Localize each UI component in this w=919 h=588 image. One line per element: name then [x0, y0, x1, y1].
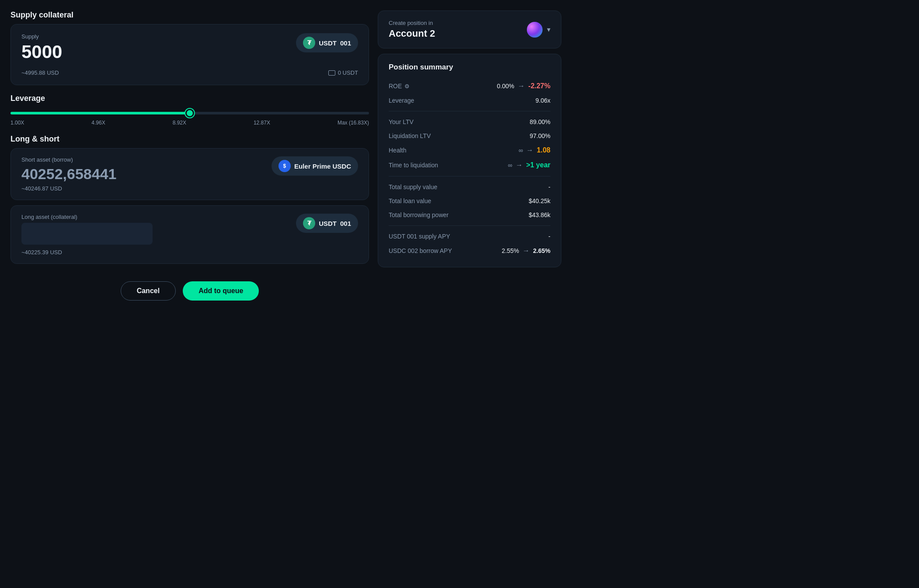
- create-pos-right: ▾: [527, 22, 550, 38]
- usdt-apy-label: USDT 001 supply APY: [389, 233, 450, 240]
- ttl-row: Time to liquidation ∞ → >1 year: [389, 158, 550, 173]
- supply-token-code: 001: [340, 39, 351, 47]
- total-loan-row: Total loan value $40.25k: [389, 194, 550, 208]
- account-avatar: [527, 22, 543, 38]
- roe-to: -2.27%: [528, 82, 550, 90]
- action-buttons: Cancel Add to queue: [10, 281, 369, 301]
- usdc-apy-value: 2.55% → 2.65%: [502, 247, 550, 255]
- supply-amount: 5000: [21, 42, 62, 62]
- eurc-icon: $: [278, 160, 291, 172]
- usdc-apy-to: 2.65%: [533, 247, 550, 254]
- long-asset-input[interactable]: [21, 223, 153, 245]
- supply-collateral-section: Supply collateral Supply 5000 ₮ USDT 001…: [10, 10, 369, 85]
- create-pos-label: Create position in: [389, 20, 435, 26]
- total-borrow-row: Total borrowing power $43.86k: [389, 208, 550, 222]
- leverage-row: Leverage 9.06x: [389, 93, 550, 107]
- health-label: Health: [389, 147, 406, 154]
- left-panel: Supply collateral Supply 5000 ₮ USDT 001…: [10, 10, 369, 301]
- supply-label: Supply: [21, 33, 62, 40]
- usdt-apy-row: USDT 001 supply APY -: [389, 229, 550, 243]
- long-short-title: Long & short: [10, 135, 369, 144]
- supply-collateral-title: Supply collateral: [10, 10, 369, 20]
- short-asset-card: Short asset (borrow) 40252,658441 ~40246…: [10, 148, 369, 200]
- supply-token-name: USDT: [319, 39, 337, 47]
- leverage-value: 9.06x: [536, 97, 550, 104]
- create-position-card[interactable]: Create position in Account 2 ▾: [378, 10, 561, 48]
- usdc-apy-arrow: →: [522, 247, 529, 255]
- leverage-label: Leverage: [389, 97, 414, 104]
- wallet-info: 0 USDT: [328, 69, 358, 76]
- leverage-section: Leverage 1.00X 4.96X 8.92X 12.87X Max (1…: [10, 94, 369, 126]
- total-supply-label: Total supply value: [389, 183, 437, 190]
- long-short-section: Long & short Short asset (borrow) 40252,…: [10, 135, 369, 269]
- divider-2: [389, 176, 550, 176]
- liq-ltv-value: 97.00%: [530, 132, 550, 139]
- slider-labels: 1.00X 4.96X 8.92X 12.87X Max (16.83X): [10, 120, 369, 126]
- gear-icon[interactable]: ⚙: [404, 83, 410, 90]
- supply-left: Supply 5000: [21, 33, 62, 65]
- short-asset-header: Short asset (borrow) 40252,658441 ~40246…: [21, 156, 358, 192]
- roe-arrow: →: [518, 82, 525, 90]
- chevron-down-icon[interactable]: ▾: [547, 25, 550, 34]
- create-position-text: Create position in Account 2: [389, 20, 435, 39]
- supply-footer: ~4995.88 USD 0 USDT: [21, 69, 358, 76]
- usdc-apy-from: 2.55%: [502, 247, 519, 254]
- total-supply-row: Total supply value -: [389, 180, 550, 194]
- supply-card: Supply 5000 ₮ USDT 001 ~4995.88 USD 0 US…: [10, 24, 369, 85]
- roe-from: 0.00%: [497, 83, 515, 90]
- right-panel: Create position in Account 2 ▾ Position …: [378, 10, 561, 267]
- roe-row: ROE ⚙ 0.00% → -2.27%: [389, 79, 550, 93]
- slider-label-2: 8.92X: [173, 120, 186, 126]
- total-supply-value: -: [548, 183, 550, 190]
- ttl-value: ∞ → >1 year: [508, 161, 550, 169]
- roe-label: ROE ⚙: [389, 83, 410, 90]
- short-asset-label: Short asset (borrow): [21, 156, 116, 163]
- liq-ltv-row: Liquidation LTV 97.00%: [389, 129, 550, 143]
- health-to: 1.08: [537, 146, 550, 154]
- slider-label-3: 12.87X: [254, 120, 270, 126]
- usdt-apy-value: -: [548, 233, 550, 240]
- total-loan-value: $40.25k: [529, 197, 550, 204]
- long-asset-usd: ~40225.39 USD: [21, 249, 153, 256]
- total-loan-label: Total loan value: [389, 197, 431, 204]
- leverage-slider[interactable]: [10, 112, 369, 114]
- short-token-badge[interactable]: $ Euler Prime USDC: [272, 156, 358, 176]
- divider-3: [389, 225, 550, 226]
- wallet-icon: [328, 70, 335, 76]
- total-borrow-label: Total borrowing power: [389, 211, 449, 218]
- your-ltv-row: Your LTV 89.00%: [389, 115, 550, 129]
- add-to-queue-button[interactable]: Add to queue: [183, 281, 259, 301]
- long-usdt-icon: ₮: [303, 217, 315, 229]
- divider-1: [389, 111, 550, 111]
- ttl-label: Time to liquidation: [389, 162, 438, 169]
- create-pos-title: Account 2: [389, 28, 435, 39]
- short-token-name: Euler Prime USDC: [294, 163, 351, 170]
- supply-header: Supply 5000 ₮ USDT 001: [21, 33, 358, 65]
- usdc-borrow-apy-row: USDC 002 borrow APY 2.55% → 2.65%: [389, 243, 550, 258]
- short-asset-amount: 40252,658441: [21, 166, 116, 183]
- position-summary-card: Position summary ROE ⚙ 0.00% → -2.27% Le…: [378, 54, 561, 267]
- long-token-code: 001: [340, 220, 351, 227]
- liq-ltv-label: Liquidation LTV: [389, 132, 431, 139]
- long-asset-label: Long asset (collateral): [21, 214, 153, 220]
- long-asset-left: Long asset (collateral) ~40225.39 USD: [21, 214, 153, 256]
- leverage-title: Leverage: [10, 94, 369, 103]
- leverage-slider-container: [10, 108, 369, 116]
- ttl-from: ∞: [508, 162, 512, 169]
- health-row: Health ∞ → 1.08: [389, 143, 550, 158]
- supply-usd-value: ~4995.88 USD: [21, 69, 59, 76]
- long-token-badge[interactable]: ₮ USDT 001: [296, 214, 358, 233]
- total-borrow-value: $43.86k: [529, 211, 550, 218]
- wallet-balance: 0 USDT: [338, 69, 358, 76]
- ttl-arrow: →: [515, 161, 522, 169]
- long-token-name: USDT: [319, 220, 337, 227]
- health-from: ∞: [519, 147, 523, 154]
- long-asset-header: Long asset (collateral) ~40225.39 USD ₮ …: [21, 214, 358, 256]
- slider-label-4: Max (16.83X): [338, 120, 369, 126]
- your-ltv-label: Your LTV: [389, 118, 414, 125]
- ttl-to: >1 year: [526, 161, 550, 169]
- roe-value: 0.00% → -2.27%: [497, 82, 550, 90]
- cancel-button[interactable]: Cancel: [121, 281, 176, 301]
- supply-token-badge[interactable]: ₮ USDT 001: [296, 33, 358, 52]
- position-summary-title: Position summary: [389, 63, 550, 72]
